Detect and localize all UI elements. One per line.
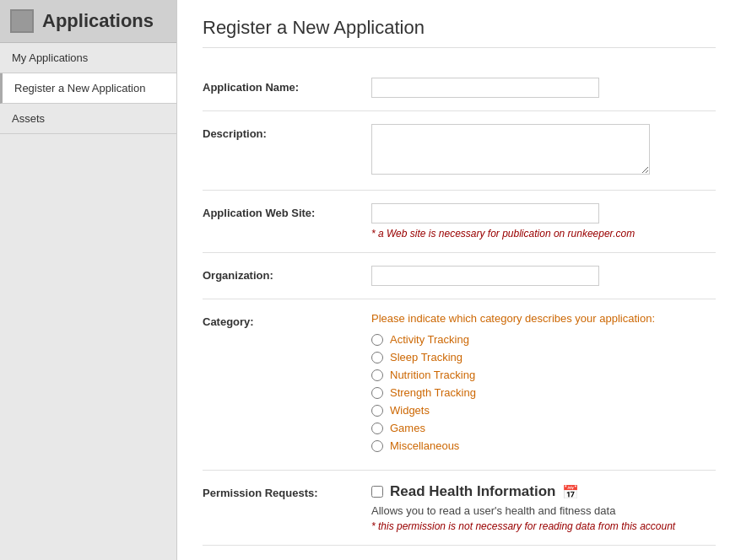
permissions-field: Read Health Information 📅 Allows you to … xyxy=(371,483,716,532)
sidebar-logo xyxy=(10,9,34,33)
category-prompt: Please indicate which category describes… xyxy=(371,312,716,325)
sidebar-header: Applications xyxy=(0,0,176,43)
category-field: Please indicate which category describes… xyxy=(371,312,716,457)
sidebar-item-register-new[interactable]: Register a New Application xyxy=(0,73,176,104)
description-section: Description: xyxy=(203,111,716,191)
sidebar-item-my-applications[interactable]: My Applications xyxy=(0,43,176,73)
sidebar-item-label: Assets xyxy=(12,112,45,125)
category-option[interactable]: Strength Tracking xyxy=(371,386,716,399)
organization-field xyxy=(371,266,716,286)
sidebar-item-label: Register a New Application xyxy=(14,82,145,94)
permissions-label: Permission Requests: xyxy=(203,483,371,499)
app-name-section: Application Name: xyxy=(203,65,716,111)
category-radio-6[interactable] xyxy=(371,440,383,452)
read-health-checkbox[interactable] xyxy=(371,486,383,498)
category-option[interactable]: Nutrition Tracking xyxy=(371,369,716,381)
website-note: * a Web site is necessary for publicatio… xyxy=(371,228,716,240)
category-radio-label: Nutrition Tracking xyxy=(390,369,475,381)
category-radio-3[interactable] xyxy=(371,387,383,399)
category-radio-label: Widgets xyxy=(390,404,430,417)
website-label: Application Web Site: xyxy=(203,203,371,219)
website-input[interactable] xyxy=(371,203,599,223)
organization-label: Organization: xyxy=(203,266,371,282)
category-radio-2[interactable] xyxy=(371,369,383,381)
permissions-section: Permission Requests: Read Health Informa… xyxy=(203,471,716,546)
description-field xyxy=(371,124,716,177)
permission-title: Read Health Information xyxy=(390,483,555,500)
category-radio-label: Sleep Tracking xyxy=(390,351,462,363)
calendar-icon: 📅 xyxy=(562,484,579,500)
website-field: * a Web site is necessary for publicatio… xyxy=(371,203,716,240)
category-radio-label: Games xyxy=(390,422,425,434)
category-radio-5[interactable] xyxy=(371,423,383,434)
organization-input[interactable] xyxy=(371,266,599,286)
category-option[interactable]: Games xyxy=(371,422,716,434)
category-option[interactable]: Activity Tracking xyxy=(371,333,716,346)
description-input[interactable] xyxy=(371,124,650,175)
app-name-label: Application Name: xyxy=(203,78,371,94)
category-radio-0[interactable] xyxy=(371,334,383,346)
page-title: Register a New Application xyxy=(203,17,716,48)
app-name-input[interactable] xyxy=(371,78,599,98)
description-label: Description: xyxy=(203,124,371,140)
website-section: Application Web Site: * a Web site is ne… xyxy=(203,191,716,253)
app-name-field xyxy=(371,78,716,98)
sidebar: Applications My Applications Register a … xyxy=(0,0,177,560)
category-options: Activity TrackingSleep TrackingNutrition… xyxy=(371,333,716,452)
main-content: Register a New Application Application N… xyxy=(177,0,741,560)
sidebar-item-label: My Applications xyxy=(12,51,88,64)
category-radio-label: Miscellaneous xyxy=(390,439,459,452)
organization-section: Organization: xyxy=(203,253,716,299)
category-option[interactable]: Widgets xyxy=(371,404,716,417)
sidebar-title: Applications xyxy=(42,10,154,32)
category-option[interactable]: Miscellaneous xyxy=(371,439,716,452)
category-radio-1[interactable] xyxy=(371,352,383,363)
category-section: Category: Please indicate which category… xyxy=(203,299,716,471)
category-option[interactable]: Sleep Tracking xyxy=(371,351,716,363)
category-radio-4[interactable] xyxy=(371,405,383,417)
permission-desc: Allows you to read a user's health and f… xyxy=(371,504,716,517)
sidebar-item-assets[interactable]: Assets xyxy=(0,104,176,134)
category-radio-label: Strength Tracking xyxy=(390,386,476,399)
permission-header: Read Health Information 📅 xyxy=(371,483,716,500)
permission-note: * this permission is not necessary for r… xyxy=(371,520,716,532)
category-radio-label: Activity Tracking xyxy=(390,333,469,346)
category-label: Category: xyxy=(203,312,371,328)
